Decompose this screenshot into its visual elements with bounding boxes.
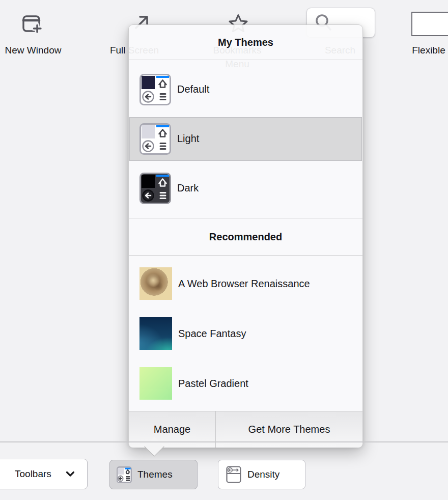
toolbars-button-label: Toolbars: [15, 468, 51, 480]
new-window-icon[interactable]: [20, 12, 43, 35]
density-button[interactable]: Density: [218, 460, 305, 489]
theme-thumbnail-pastel-gradient: [139, 367, 172, 400]
flexible-space-widget[interactable]: [411, 12, 448, 36]
theme-name: Dark: [177, 182, 199, 194]
theme-item-dark[interactable]: Dark: [129, 163, 362, 213]
theme-item-light[interactable]: Light: [129, 117, 362, 161]
recommended-themes-list: A Web Browser Renaissance Space Fantasy …: [129, 256, 362, 408]
themes-button-icon: [117, 466, 132, 483]
bottom-bar-divider: [0, 441, 448, 442]
theme-item-default[interactable]: Default: [129, 65, 362, 114]
popup-title: My Themes: [129, 25, 362, 60]
theme-thumbnail-dark: [139, 173, 171, 204]
new-window-label: New Window: [0, 43, 66, 57]
toolbars-button[interactable]: Toolbars: [0, 459, 88, 489]
density-button-icon: [226, 466, 241, 483]
chevron-down-icon: [66, 471, 75, 477]
themes-button[interactable]: Themes: [109, 460, 198, 489]
theme-item-renaissance[interactable]: A Web Browser Renaissance: [129, 259, 362, 309]
theme-thumbnail-space-fantasy: [139, 317, 172, 350]
flexible-space-label: Flexible: [393, 43, 448, 57]
hamburger-menu-icon: [126, 477, 129, 480]
my-themes-list: Default Light: [129, 60, 362, 213]
theme-item-pastel-gradient[interactable]: Pastel Gradient: [129, 358, 362, 408]
theme-item-space-fantasy[interactable]: Space Fantasy: [129, 309, 362, 358]
themes-popup: My Themes Default: [128, 24, 363, 447]
recommended-section-header: Recommended: [129, 218, 362, 256]
theme-name: Pastel Gradient: [178, 378, 248, 390]
theme-name: Light: [177, 133, 199, 145]
theme-thumbnail-light: [139, 123, 171, 155]
theme-name: Space Fantasy: [178, 328, 246, 340]
theme-thumbnail-renaissance: [139, 267, 172, 300]
themes-button-label: Themes: [137, 469, 173, 480]
theme-name: A Web Browser Renaissance: [178, 278, 310, 290]
theme-thumbnail-default: [139, 74, 171, 105]
theme-name: Default: [177, 84, 209, 95]
density-button-label: Density: [247, 469, 279, 480]
customize-firefox-screen: New Window Full Screen Bookmarks Menu Se…: [0, 0, 448, 500]
